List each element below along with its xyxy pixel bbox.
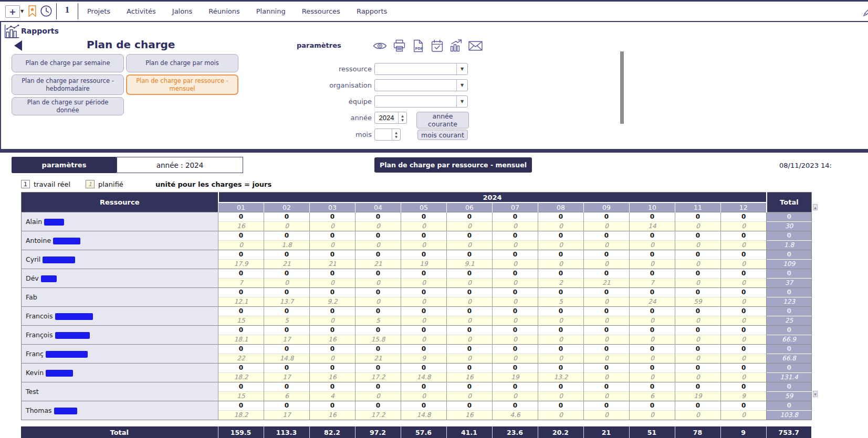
planned-total-cell: 1.8 [767, 241, 812, 250]
real-cell: 0 [538, 269, 584, 279]
ressource-label: ressource [263, 65, 372, 73]
real-cell: 0 [401, 250, 447, 260]
section-divider [0, 149, 868, 153]
planned-cell: 16 [218, 222, 264, 231]
menu-item-planning[interactable]: Planning [256, 7, 286, 15]
mois-courant-button[interactable]: mois courant [417, 130, 468, 140]
mois-input[interactable] [375, 129, 392, 140]
real-cell: 0 [447, 250, 493, 260]
report-button-plan-de-charge-par-ressource-hebdomadaire[interactable]: Plan de charge par ressource - hebdomada… [12, 74, 124, 95]
pencil-icon[interactable] [862, 7, 868, 17]
print-icon[interactable] [393, 39, 406, 52]
year-header: 2024 [218, 193, 767, 203]
real-cell: 0 [447, 269, 493, 279]
real-cell: 0 [264, 401, 310, 411]
resource-name-text: Francois [26, 312, 53, 320]
resource-name: Alain [22, 212, 218, 231]
report-button-plan-de-charge-par-ressource-mensuel[interactable]: Plan de charge par ressource - mensuel [126, 74, 238, 95]
real-cell: 0 [355, 269, 401, 279]
planned-cell: 0 [584, 373, 630, 382]
mois-spinner[interactable]: ▲▼ [374, 129, 401, 141]
real-cell: 0 [538, 307, 584, 316]
real-cell: 0 [584, 288, 630, 297]
planned-total-cell: 66.8 [767, 354, 812, 364]
planned-cell: 17 [264, 411, 310, 420]
preview-eye-icon[interactable] [373, 41, 387, 51]
month-header-06: 06 [447, 202, 493, 212]
chevron-down-icon[interactable]: ▼ [20, 9, 24, 14]
ressource-input[interactable] [375, 63, 456, 74]
page-indicator[interactable]: 1 [57, 5, 77, 15]
month-header-08: 08 [538, 202, 584, 212]
spinner-arrows-icon[interactable]: ▲▼ [392, 129, 400, 140]
planned-cell: 0 [493, 316, 538, 326]
report-button-plan-de-charge-par-mois[interactable]: Plan de charge par mois [126, 54, 238, 72]
planned-cell: 0 [447, 316, 493, 326]
ressource-select[interactable]: ▼ [374, 63, 468, 75]
menu-item-ressources[interactable]: Ressources [302, 7, 340, 15]
planned-cell: 0 [310, 354, 355, 364]
workload-table-container: Ressource2024Total0102030405060708091011… [21, 192, 812, 420]
table-scroll-down-icon[interactable]: ▼ [813, 391, 818, 397]
planned-cell: 17.2 [355, 411, 401, 420]
real-total-cell: 0 [767, 382, 812, 392]
organisation-input[interactable] [375, 80, 456, 91]
real-cell: 0 [721, 288, 767, 297]
equipe-label: équipe [263, 98, 372, 105]
real-cell: 0 [355, 231, 401, 241]
real-cell: 0 [355, 250, 401, 260]
new-item-button[interactable]: + [5, 5, 20, 18]
planned-cell: 5 [538, 297, 584, 307]
equipe-input[interactable] [375, 96, 456, 107]
planned-cell: 0 [447, 279, 493, 288]
menu-item-projets[interactable]: Projets [87, 7, 110, 15]
dropdown-arrow-icon[interactable]: ▼ [456, 96, 467, 107]
chart-report-icon[interactable] [449, 39, 463, 52]
clock-history-icon[interactable] [40, 5, 53, 17]
equipe-select[interactable]: ▼ [374, 95, 468, 108]
real-cell: 0 [630, 326, 675, 335]
planned-cell: 0 [401, 316, 447, 326]
real-cell: 0 [721, 401, 767, 411]
real-cell: 0 [355, 212, 401, 222]
menu-item-rapports[interactable]: Rapports [357, 7, 387, 15]
planned-cell: 6 [264, 392, 310, 401]
planned-cell: 0 [675, 316, 721, 326]
organisation-select[interactable]: ▼ [374, 79, 468, 91]
real-cell: 0 [447, 231, 493, 241]
parameters-tab[interactable]: paramètres [12, 157, 117, 173]
planned-cell: 0 [538, 335, 584, 345]
annee-courante-button[interactable]: année courante [416, 112, 469, 129]
report-button-plan-de-charge-par-semaine[interactable]: Plan de charge par semaine [12, 54, 124, 72]
toolbar-separator [78, 3, 78, 19]
planned-total-cell: 131.4 [767, 373, 812, 382]
spinner-arrows-icon[interactable]: ▲▼ [398, 112, 406, 123]
email-icon[interactable] [468, 41, 483, 51]
report-button-plan-de-charge-sur-periode-donnee[interactable]: Plan de charge sur période donnée [12, 97, 124, 115]
redaction-box [41, 275, 57, 282]
real-cell: 0 [721, 212, 767, 222]
resource-name: Cyril [22, 250, 218, 269]
bookmark-icon[interactable] [27, 5, 37, 17]
resource-name: François [22, 326, 218, 345]
resource-column-header: Ressource [22, 193, 218, 212]
vertical-scrollbar-thumb[interactable] [620, 51, 624, 124]
real-cell: 0 [675, 231, 721, 241]
menu-item-jalons[interactable]: Jalons [172, 7, 192, 15]
annee-spinner[interactable]: ▲▼ [374, 112, 407, 124]
planned-cell: 0 [447, 222, 493, 231]
export-pdf-icon[interactable]: PDF [412, 39, 425, 52]
real-cell: 0 [493, 269, 538, 279]
real-cell: 0 [630, 345, 675, 354]
menu-item-reunions[interactable]: Réunions [208, 7, 240, 15]
table-scroll-up-icon[interactable]: ▲ [813, 204, 818, 210]
total-row-container: Total159.5113.382.297.257.641.123.620.22… [21, 426, 811, 438]
dropdown-arrow-icon[interactable]: ▼ [456, 80, 467, 91]
real-cell: 0 [355, 364, 401, 373]
calendar-check-icon[interactable] [431, 39, 444, 52]
real-cell: 0 [447, 382, 493, 392]
dropdown-arrow-icon[interactable]: ▼ [456, 63, 467, 74]
annee-input[interactable] [375, 112, 398, 123]
menu-item-activites[interactable]: Activités [127, 7, 156, 15]
back-arrow-button[interactable] [14, 40, 22, 51]
